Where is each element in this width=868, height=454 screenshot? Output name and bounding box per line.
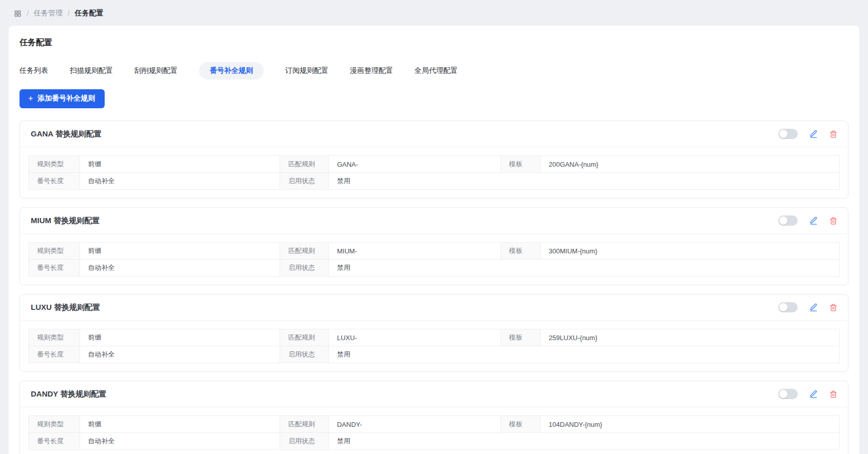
tab-5[interactable]: 漫画整理配置 [350, 62, 393, 80]
rule-card-actions [778, 215, 837, 226]
rule-card-body: 规则类型 前缀 匹配规则 DANDY- 模板 104DANDY-{num} 番号… [20, 407, 848, 454]
code-length-label: 番号长度 [29, 173, 80, 190]
rule-type-value: 前缀 [80, 156, 280, 173]
rule-type-label: 规则类型 [29, 329, 80, 346]
rule-type-label: 规则类型 [29, 416, 80, 433]
enable-toggle-switch[interactable] [778, 302, 798, 312]
edit-icon[interactable] [810, 130, 818, 138]
code-length-label: 番号长度 [29, 433, 80, 450]
rule-card-title: GANA 替换规则配置 [31, 129, 102, 139]
delete-trash-icon[interactable] [830, 130, 837, 138]
enabled-status-label: 启用状态 [280, 433, 329, 450]
enabled-status-label: 启用状态 [280, 173, 329, 190]
match-rule-label: 匹配规则 [280, 156, 329, 173]
code-length-value: 自动补全 [80, 173, 280, 190]
breadcrumb-item-task-management[interactable]: 任务管理 [34, 9, 63, 18]
add-completion-rule-button[interactable]: + 添加番号补全规则 [19, 89, 105, 108]
rule-card: LUXU 替换规则配置 [19, 294, 849, 372]
enable-toggle-switch[interactable] [778, 389, 798, 399]
rule-card: DANDY 替换规则配置 [19, 381, 849, 454]
rule-card-header: GANA 替换规则配置 [20, 121, 848, 147]
dashboard-grid-icon[interactable] [14, 10, 22, 17]
template-value: 300MIUM-{num} [540, 243, 839, 260]
rule-card-header: MIUM 替换规则配置 [20, 208, 848, 234]
rule-card-body: 规则类型 前缀 匹配规则 MIUM- 模板 300MIUM-{num} 番号长度… [20, 234, 848, 285]
tabs: 任务列表扫描规则配置刮削规则配置番号补全规则订阅规则配置漫画整理配置全局代理配置 [19, 62, 849, 80]
breadcrumb: / 任务管理 / 任务配置 [0, 0, 868, 26]
match-rule-label: 匹配规则 [280, 329, 329, 346]
add-button-label: 添加番号补全规则 [37, 94, 95, 103]
main-panel: 任务配置 任务列表扫描规则配置刮削规则配置番号补全规则订阅规则配置漫画整理配置全… [9, 26, 859, 454]
tab-6[interactable]: 全局代理配置 [415, 62, 458, 80]
edit-icon[interactable] [810, 303, 818, 311]
enabled-status-value: 禁用 [328, 433, 839, 450]
rule-type-value: 前缀 [80, 416, 280, 433]
breadcrumb-separator: / [27, 9, 29, 17]
match-rule-value: MIUM- [328, 243, 500, 260]
match-rule-value: LUXU- [328, 329, 500, 346]
enabled-status-value: 禁用 [328, 260, 839, 277]
template-label: 模板 [501, 416, 540, 433]
match-rule-label: 匹配规则 [280, 416, 329, 433]
rule-descriptions-table: 规则类型 前缀 匹配规则 LUXU- 模板 259LUXU-{num} 番号长度… [28, 329, 840, 363]
breadcrumb-item-task-config: 任务配置 [75, 9, 104, 18]
rule-type-label: 规则类型 [29, 243, 80, 260]
template-label: 模板 [501, 156, 540, 173]
enabled-status-label: 启用状态 [280, 260, 329, 277]
rule-card-title: MIUM 替换规则配置 [31, 216, 100, 226]
delete-trash-icon[interactable] [830, 217, 837, 225]
breadcrumb-separator: / [68, 9, 70, 17]
rule-card-actions [778, 389, 837, 399]
template-label: 模板 [501, 243, 540, 260]
tab-1[interactable]: 扫描规则配置 [70, 62, 113, 80]
edit-icon[interactable] [810, 390, 818, 398]
enabled-status-label: 启用状态 [280, 346, 329, 363]
rule-descriptions-table: 规则类型 前缀 匹配规则 DANDY- 模板 104DANDY-{num} 番号… [28, 416, 840, 450]
tab-0[interactable]: 任务列表 [19, 62, 48, 80]
rule-type-label: 规则类型 [29, 156, 80, 173]
rule-card-actions [778, 302, 837, 312]
tab-3[interactable]: 番号补全规则 [199, 62, 264, 80]
rule-cards: GANA 替换规则配置 [19, 121, 849, 454]
rule-card-actions [778, 129, 837, 139]
match-rule-value: GANA- [328, 156, 500, 173]
match-rule-value: DANDY- [328, 416, 500, 433]
template-value: 259LUXU-{num} [540, 329, 839, 346]
edit-icon[interactable] [810, 216, 818, 225]
rule-card: MIUM 替换规则配置 [19, 207, 849, 285]
code-length-value: 自动补全 [80, 346, 280, 363]
rule-descriptions-table: 规则类型 前缀 匹配规则 MIUM- 模板 300MIUM-{num} 番号长度… [28, 242, 840, 277]
rule-card-body: 规则类型 前缀 匹配规则 LUXU- 模板 259LUXU-{num} 番号长度… [20, 321, 848, 371]
tab-4[interactable]: 订阅规则配置 [285, 62, 328, 80]
plus-icon: + [28, 94, 33, 103]
delete-trash-icon[interactable] [830, 304, 837, 311]
rule-card-body: 规则类型 前缀 匹配规则 GANA- 模板 200GANA-{num} 番号长度… [20, 147, 848, 198]
enabled-status-value: 禁用 [328, 173, 839, 190]
enable-toggle-switch[interactable] [778, 215, 798, 226]
rule-card-header: DANDY 替换规则配置 [20, 381, 848, 407]
rule-type-value: 前缀 [80, 329, 280, 346]
rule-card: GANA 替换规则配置 [19, 121, 849, 199]
template-value: 200GANA-{num} [540, 156, 839, 173]
rule-card-title: LUXU 替换规则配置 [31, 303, 100, 312]
code-length-label: 番号长度 [29, 346, 80, 363]
match-rule-label: 匹配规则 [280, 243, 329, 260]
code-length-value: 自动补全 [80, 433, 280, 450]
enable-toggle-switch[interactable] [778, 129, 798, 139]
code-length-value: 自动补全 [80, 260, 280, 277]
rule-type-value: 前缀 [80, 243, 280, 260]
tab-2[interactable]: 刮削规则配置 [134, 62, 177, 80]
delete-trash-icon[interactable] [830, 390, 837, 398]
page-title: 任务配置 [19, 37, 849, 48]
template-label: 模板 [501, 329, 540, 346]
rule-card-header: LUXU 替换规则配置 [20, 294, 848, 321]
template-value: 104DANDY-{num} [540, 416, 839, 433]
code-length-label: 番号长度 [29, 260, 80, 277]
rule-card-title: DANDY 替换规则配置 [31, 389, 106, 399]
rule-descriptions-table: 规则类型 前缀 匹配规则 GANA- 模板 200GANA-{num} 番号长度… [28, 155, 840, 190]
enabled-status-value: 禁用 [328, 346, 839, 363]
